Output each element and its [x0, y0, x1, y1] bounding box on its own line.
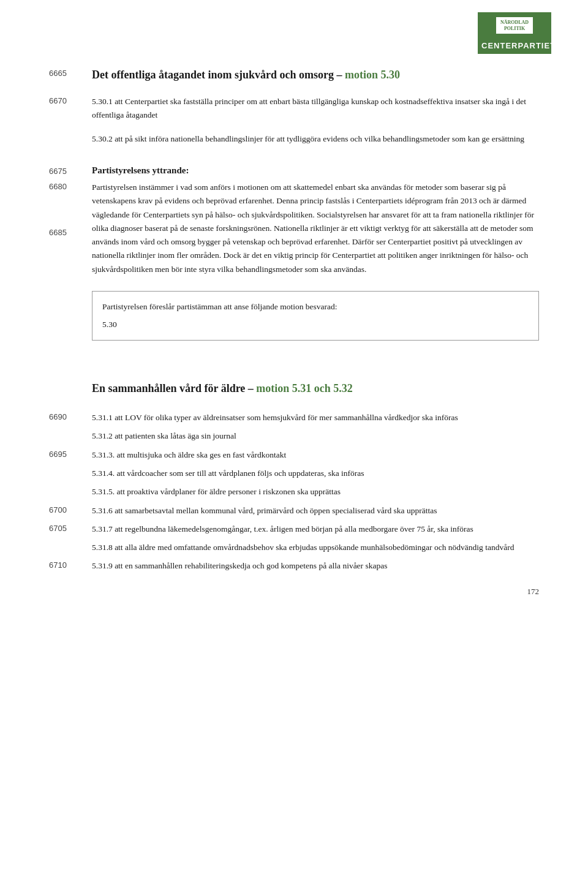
section1-content: Det offentliga åtagandet inom sjukvård o… — [92, 67, 539, 90]
section3-title: En sammanhållen vård för äldre – motion … — [92, 381, 539, 396]
item-5318-block: 5.31.8 att alla äldre med omfattande omv… — [49, 541, 539, 559]
item-5316-content: 5.31.6 att samarbetsavtal mellan kommuna… — [92, 504, 539, 522]
item-5311-block: 6690 5.31.1 att LOV för olika typer av ä… — [49, 411, 539, 429]
page-number: 172 — [527, 587, 540, 597]
item-5301-block: 6670 5.30.1 att Centerpartiet ska fastst… — [49, 95, 539, 127]
line-num-6680: 6680 6685 — [49, 181, 92, 281]
line-num-6710: 6710 — [49, 559, 92, 578]
item-5319-block: 6710 5.31.9 att en sammanhållen rehabili… — [49, 559, 539, 578]
line-num-6670: 6670 — [49, 95, 92, 127]
item-5314-content: 5.31.4. att vårdcoacher som ser till att… — [92, 467, 539, 485]
item-5312-content: 5.31.2 att patienten ska låtas äga sin j… — [92, 429, 539, 448]
item-5319-content: 5.31.9 att en sammanhållen rehabiliterin… — [92, 559, 539, 578]
item-5315-text: 5.31.5. att proaktiva vårdplaner för äld… — [92, 485, 539, 499]
line-num-empty-5315 — [49, 485, 92, 503]
item-5312-block: 5.31.2 att patienten ska låtas äga sin j… — [49, 429, 539, 448]
motion-besvarad-box: Partistyrelsen föreslår partistämman att… — [92, 291, 539, 341]
logo-icon: NÄRODLAD POLITIK — [478, 12, 551, 39]
item-5317-content: 5.31.7 att regelbundna läkemedelsgenomgå… — [92, 522, 539, 541]
item-5316-text: 5.31.6 att samarbetsavtal mellan kommuna… — [92, 504, 539, 518]
section2-para-block: 6680 6685 Partistyrelsen instämmer i vad… — [49, 181, 539, 281]
item-5319-text: 5.31.9 att en sammanhållen rehabiliterin… — [92, 559, 539, 573]
section1-title: Det offentliga åtagandet inom sjukvård o… — [92, 67, 539, 83]
motion-box-text: Partistyrelsen föreslår partistämman att… — [102, 302, 337, 311]
line-num-6700: 6700 — [49, 504, 92, 522]
item-5301-text: 5.30.1 att Centerpartiet ska fastställa … — [92, 95, 539, 123]
section2-block: 6675 Partistyrelsens yttrande: — [49, 165, 539, 181]
motion-box-row: Partistyrelsen föreslår partistämman att… — [49, 281, 539, 350]
item-5317-block: 6705 5.31.7 att regelbundna läkemedelsge… — [49, 522, 539, 541]
section2-para1: Partistyrelsen instämmer i vad som anför… — [92, 181, 539, 276]
section3-title-content: En sammanhållen vård för äldre – motion … — [92, 363, 539, 406]
item-5315-content: 5.31.5. att proaktiva vårdplaner för äld… — [92, 485, 539, 503]
section2-content: Partistyrelsens yttrande: — [92, 165, 539, 181]
motion-530-link[interactable]: motion 5.30 — [345, 69, 400, 81]
item-5315-block: 5.31.5. att proaktiva vårdplaner för äld… — [49, 485, 539, 503]
line-num-6675: 6675 — [49, 165, 92, 181]
item-5313-block: 6695 5.31.3. att multisjuka och äldre sk… — [49, 448, 539, 467]
item-5302-content: 5.30.2 att på sikt införa nationella beh… — [92, 132, 539, 151]
logo-centerpartiet-text: CENTERPARTIET — [478, 39, 551, 54]
logo-inner-text: NÄRODLAD POLITIK — [496, 17, 533, 34]
item-5313-text: 5.31.3. att multisjuka och äldre ska ges… — [92, 448, 539, 462]
section3-title-block: En sammanhållen vård för äldre – motion … — [49, 363, 539, 406]
line-num-6695: 6695 — [49, 448, 92, 467]
line-num-6690: 6690 — [49, 411, 92, 429]
motion-box-content: Partistyrelsen föreslår partistämman att… — [92, 281, 539, 350]
item-5317-text: 5.31.7 att regelbundna läkemedelsgenomgå… — [92, 522, 539, 536]
motion-531-532-link[interactable]: motion 5.31 och 5.32 — [256, 382, 353, 394]
item-5311-content: 5.31.1 att LOV för olika typer av äldrei… — [92, 411, 539, 429]
line-num-empty-5318 — [49, 541, 92, 559]
section1-block: 6665 Det offentliga åtagandet inom sjukv… — [49, 67, 539, 90]
line-num-box — [49, 281, 92, 350]
item-5311-text: 5.31.1 att LOV för olika typer av äldrei… — [92, 411, 539, 424]
party-heading: Partistyrelsens yttrande: — [92, 165, 539, 176]
section2-para-content: Partistyrelsen instämmer i vad som anför… — [92, 181, 539, 281]
item-5314-block: 5.31.4. att vårdcoacher som ser till att… — [49, 467, 539, 485]
line-num-6705: 6705 — [49, 522, 92, 541]
item-5302-text: 5.30.2 att på sikt införa nationella beh… — [92, 132, 539, 146]
motion-box-number: 5.30 — [102, 318, 529, 331]
line-num-empty-5314 — [49, 467, 92, 485]
item-5313-content: 5.31.3. att multisjuka och äldre ska ges… — [92, 448, 539, 467]
line-num-empty1 — [49, 132, 92, 151]
item-5316-block: 6700 5.31.6 att samarbetsavtal mellan ko… — [49, 504, 539, 522]
line-num-empty-5312 — [49, 429, 92, 448]
line-num-6665: 6665 — [49, 67, 92, 90]
item-5301-content: 5.30.1 att Centerpartiet ska fastställa … — [92, 95, 539, 127]
line-num-empty3 — [49, 363, 92, 406]
item-5314-text: 5.31.4. att vårdcoacher som ser till att… — [92, 467, 539, 480]
item-5318-text: 5.31.8 att alla äldre med omfattande omv… — [92, 541, 539, 554]
item-5302-block: 5.30.2 att på sikt införa nationella beh… — [49, 132, 539, 151]
logo-area: NÄRODLAD POLITIK CENTERPARTIET — [478, 12, 551, 54]
item-5318-content: 5.31.8 att alla äldre med omfattande omv… — [92, 541, 539, 559]
item-5312-text: 5.31.2 att patienten ska låtas äga sin j… — [92, 429, 539, 443]
